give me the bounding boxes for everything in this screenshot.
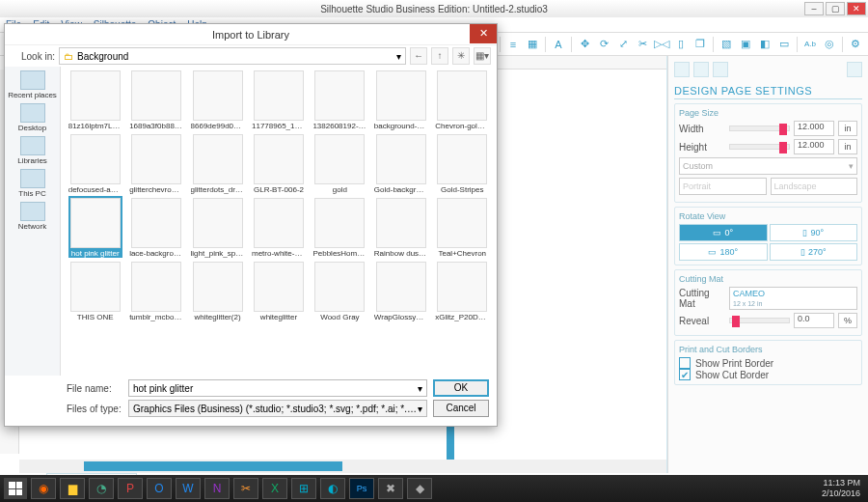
tb-move-icon[interactable]: ✥ — [576, 36, 593, 53]
place-libraries[interactable]: Libraries — [7, 136, 58, 165]
tb-rotate-icon[interactable]: ⟳ — [595, 36, 612, 53]
filename-input[interactable]: hot pink glitter▾ — [128, 379, 427, 397]
tb-excel-icon[interactable]: X — [262, 478, 287, 499]
file-thumb[interactable]: Wood Gray — [312, 262, 368, 321]
rotate-270-button[interactable]: ▯ 270° — [770, 243, 858, 261]
file-list[interactable]: 81z16lptm7L._SL...1689a3f0b8812c...8669d… — [61, 67, 497, 376]
file-thumb[interactable]: 81z16lptm7L._SL... — [67, 70, 123, 130]
file-thumb[interactable]: lace-backgroun... — [127, 198, 184, 258]
reveal-slider[interactable] — [729, 318, 790, 323]
file-thumb[interactable]: Chevron-gold-gl... — [434, 70, 491, 130]
tb-word-icon[interactable]: W — [176, 478, 201, 499]
up-button[interactable]: ↑ — [431, 47, 448, 65]
views-button[interactable]: ▦▾ — [474, 47, 491, 65]
canvas-scroll-h[interactable] — [19, 460, 666, 473]
panel-page-icon[interactable] — [674, 62, 690, 77]
file-thumb[interactable]: whiteglitter(2) — [189, 262, 246, 321]
file-thumb[interactable]: metro-white-10c... — [250, 198, 307, 258]
cancel-button[interactable]: Cancel — [433, 400, 489, 417]
tb-photoshop-icon[interactable]: Ps — [349, 478, 374, 499]
tb-scale-icon[interactable]: ⤢ — [614, 36, 632, 53]
file-thumb[interactable]: PebblesHomema... — [312, 198, 368, 258]
cutmat-select[interactable]: CAMEO 12 x 12 in — [729, 287, 857, 310]
tb-snip-icon[interactable]: ✂ — [233, 478, 258, 499]
tb-silhouette-icon[interactable]: ◐ — [320, 478, 345, 499]
tb-mirror-icon[interactable]: ▷◁ — [653, 36, 670, 53]
show-cut-border-checkbox[interactable]: ✔Show Cut Border — [679, 369, 857, 380]
file-thumb[interactable]: glitterchevronaq... — [127, 134, 184, 194]
taskbar-clock[interactable]: 11:13 PM2/10/2016 — [822, 478, 864, 499]
close-button[interactable]: ✕ — [847, 2, 866, 15]
place-recent[interactable]: Recent places — [7, 70, 58, 99]
width-input[interactable]: 12.000 — [794, 121, 834, 136]
file-thumb[interactable]: background-bac... — [372, 70, 429, 130]
file-thumb[interactable]: glitterdots_drop... — [189, 134, 246, 194]
width-unit[interactable]: in — [838, 121, 857, 136]
back-button[interactable]: ← — [410, 47, 427, 65]
place-network[interactable]: Network — [7, 202, 58, 231]
size-preset-select[interactable]: Custom▾ — [679, 157, 857, 175]
tb-tools-icon[interactable]: ✖ — [378, 478, 403, 499]
file-thumb[interactable]: hot pink glitter — [67, 198, 123, 258]
place-thispc[interactable]: This PC — [7, 169, 58, 198]
file-thumb[interactable]: light_pink_sparkl... — [189, 198, 246, 258]
height-input[interactable]: 12.000 — [794, 139, 834, 154]
lookin-combo[interactable]: 🗀 Background ▾ — [59, 47, 406, 65]
tb-grid-icon[interactable]: ▦ — [524, 36, 541, 53]
rotate-90-button[interactable]: ▯ 90° — [770, 224, 858, 241]
panel-grid-icon[interactable] — [693, 62, 709, 77]
tb-chrome-icon[interactable]: ◔ — [89, 478, 114, 499]
width-slider[interactable] — [729, 126, 790, 131]
file-thumb[interactable]: WrapGlossyWhit... — [372, 262, 429, 321]
minimize-button[interactable]: – — [804, 2, 824, 15]
tb-color-icon[interactable]: ◧ — [756, 36, 773, 53]
file-thumb[interactable]: tumblr_mcbowjl... — [127, 262, 184, 321]
tb-powerpoint-icon[interactable]: P — [118, 478, 143, 499]
dialog-close-button[interactable]: ✕ — [470, 24, 497, 43]
tb-stroke-icon[interactable]: ▣ — [737, 36, 754, 53]
show-print-border-checkbox[interactable]: Show Print Border — [679, 357, 857, 369]
panel-close-icon[interactable] — [847, 62, 862, 77]
file-thumb[interactable]: Teal+Chevron — [434, 198, 491, 258]
file-thumb[interactable]: THIS ONE — [67, 262, 123, 321]
tb-layers-icon[interactable]: ❐ — [692, 36, 709, 53]
file-thumb[interactable]: Gold-backgroun... — [372, 134, 429, 194]
file-thumb[interactable]: defocused-abstr... — [67, 134, 123, 194]
file-thumb[interactable]: 8669de99d02af4... — [189, 70, 246, 130]
tb-explorer-icon[interactable]: ▆ — [60, 478, 85, 499]
tb-align-icon[interactable]: ▯ — [672, 36, 690, 53]
landscape-button[interactable]: Landscape — [771, 178, 858, 195]
tb-page-icon[interactable]: ▭ — [775, 36, 793, 53]
file-thumb[interactable]: xGlitz_P20DL4072... — [434, 262, 491, 321]
portrait-button[interactable]: Portrait — [679, 178, 767, 195]
tb-onenote-icon[interactable]: N — [204, 478, 230, 499]
file-thumb[interactable]: gold — [312, 134, 368, 194]
maximize-button[interactable]: ▢ — [826, 2, 845, 15]
place-desktop[interactable]: Desktop — [7, 103, 58, 132]
tb-settings-icon[interactable]: ⚙ — [847, 36, 864, 53]
filetype-select[interactable]: Graphics Files (Business) (*.studio; *.s… — [128, 400, 427, 417]
tb-ab-icon[interactable]: A.b — [801, 36, 819, 53]
tb-inkscape-icon[interactable]: ◆ — [407, 478, 432, 499]
file-thumb[interactable]: Rainbow dust edible glitter white — [372, 198, 429, 258]
file-thumb[interactable]: Gold-Stripes — [434, 134, 491, 194]
tb-target-icon[interactable]: ◎ — [821, 36, 838, 53]
rotate-180-button[interactable]: ▭ 180° — [679, 243, 768, 261]
new-folder-button[interactable]: ✳ — [452, 47, 470, 65]
file-thumb[interactable]: whiteglitter — [250, 262, 307, 321]
height-slider[interactable] — [729, 144, 790, 150]
tb-outlook-icon[interactable]: O — [147, 478, 172, 499]
panel-reg-icon[interactable] — [713, 62, 728, 77]
file-thumb[interactable]: 1382608192-1339... — [312, 70, 368, 130]
height-unit[interactable]: in — [838, 139, 857, 154]
tb-lines-icon[interactable]: ≡ — [504, 36, 522, 53]
file-thumb[interactable]: 11778965_101021... — [250, 70, 307, 130]
tb-store-icon[interactable]: ⊞ — [291, 478, 316, 499]
start-button[interactable] — [4, 478, 27, 499]
tb-fill-icon[interactable]: ▧ — [718, 36, 735, 53]
tb-text-icon[interactable]: A — [550, 36, 567, 53]
tb-knife-icon[interactable]: ✂ — [634, 36, 651, 53]
tb-firefox-icon[interactable]: ◉ — [31, 478, 56, 499]
reveal-input[interactable]: 0.0 — [794, 313, 834, 328]
rotate-0-button[interactable]: ▭ 0° — [679, 224, 768, 241]
